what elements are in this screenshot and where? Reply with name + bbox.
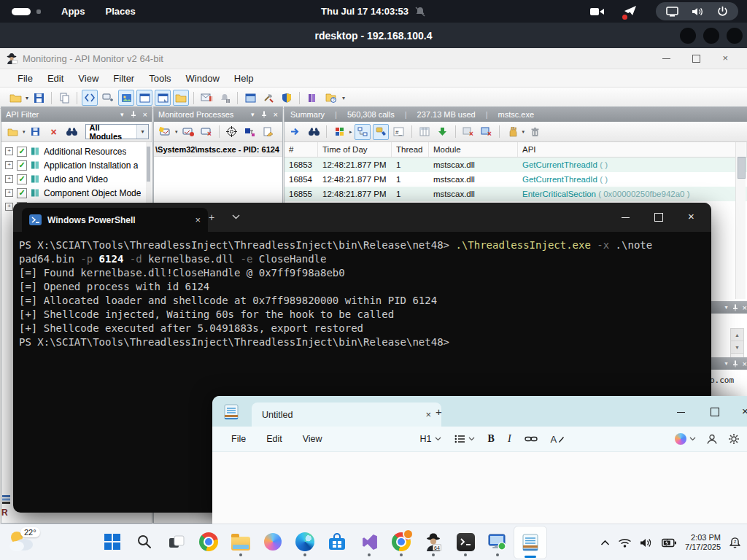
toolbar-overflow-icon[interactable]: ▾: [342, 95, 345, 101]
menu-filter[interactable]: Filter: [106, 71, 142, 86]
menu-view[interactable]: View: [71, 71, 106, 86]
menu-edit[interactable]: Edit: [256, 431, 293, 447]
exclude-api-icon[interactable]: ×: [460, 124, 476, 140]
monitor-attach-icon[interactable]: [180, 124, 196, 140]
expand-icon[interactable]: +: [5, 175, 13, 183]
combo-dropdown-icon[interactable]: ▾: [136, 125, 148, 139]
notepad-tab[interactable]: Untitled ×: [252, 402, 441, 427]
panel-dropdown-icon[interactable]: ▾: [725, 360, 728, 367]
wifi-icon[interactable]: [618, 537, 632, 548]
notepad-maximize-button[interactable]: [711, 408, 719, 416]
chrome-button[interactable]: [193, 526, 225, 558]
notepad-editor[interactable]: Activate Windows Go to Settings to activ…: [212, 452, 747, 524]
connect-icon[interactable]: [100, 90, 116, 106]
help-book-icon[interactable]: ?: [322, 90, 338, 106]
open-dropdown-icon[interactable]: ▾: [26, 95, 28, 101]
summary-row[interactable]: 16855 12:48:21.877 PM 1 mstscax.dll Ente…: [285, 187, 747, 201]
window-icon[interactable]: [242, 90, 258, 106]
rdesktop-close-button[interactable]: [727, 28, 743, 44]
filter-delete-icon[interactable]: ×: [46, 124, 62, 140]
menu-file[interactable]: File: [10, 71, 40, 86]
columns-icon[interactable]: [417, 124, 433, 140]
panel-close-icon[interactable]: ×: [743, 359, 747, 368]
checkbox-checked-icon[interactable]: ✓: [17, 160, 27, 171]
panel-close-icon[interactable]: ×: [274, 112, 278, 118]
volume-icon[interactable]: [640, 537, 654, 548]
tab-close-icon[interactable]: ×: [425, 409, 431, 420]
summary-column-headers[interactable]: # Time of Day Thread Module API: [285, 142, 747, 158]
start-button[interactable]: [96, 526, 128, 558]
col-num[interactable]: #: [285, 142, 318, 157]
settings-gear-icon[interactable]: [728, 433, 740, 445]
decode-icon[interactable]: #_: [391, 124, 407, 140]
activities-pill[interactable]: [12, 8, 31, 15]
bold-button[interactable]: B: [488, 433, 495, 445]
target-process-icon[interactable]: [224, 124, 240, 140]
uac-shield-icon[interactable]: [279, 90, 295, 106]
link-button[interactable]: [525, 435, 538, 443]
summary-row[interactable]: 16853 12:48:21.877 PM 1 mstscax.dll GetC…: [285, 158, 747, 172]
panel-pin-icon[interactable]: [732, 360, 738, 368]
terminal-tab[interactable]: Windows PowerShell ×: [22, 208, 208, 232]
parameters-icon[interactable]: [373, 124, 389, 140]
tab-close-icon[interactable]: ×: [195, 214, 201, 225]
expand-icon[interactable]: +: [5, 189, 13, 197]
monitored-process-row[interactable]: \System32\mstsc.exe - PID: 6124: [154, 142, 282, 157]
menu-window[interactable]: Window: [179, 71, 227, 86]
screen-record-icon[interactable]: [590, 7, 605, 17]
expand-icon[interactable]: +: [5, 203, 13, 211]
panel-close-icon[interactable]: ×: [143, 112, 147, 118]
tray-overflow-icon[interactable]: [600, 540, 610, 546]
panel-close-icon[interactable]: ×: [743, 303, 747, 312]
panel-dropdown-icon[interactable]: ▾: [120, 112, 124, 118]
checkbox-checked-icon[interactable]: ✓: [17, 174, 27, 184]
rdesktop-minimize-button[interactable]: [680, 28, 696, 44]
list-dropdown[interactable]: [454, 435, 475, 443]
col-time[interactable]: Time of Day: [318, 142, 392, 157]
folder-view-icon[interactable]: [173, 90, 189, 106]
checkbox-checked-icon[interactable]: ✓: [17, 147, 27, 157]
tab-dropdown-icon[interactable]: [232, 214, 240, 219]
menu-file[interactable]: File: [221, 431, 256, 447]
notepad-close-button[interactable]: ×: [742, 405, 747, 417]
file-explorer-button[interactable]: [225, 526, 257, 558]
export-icon[interactable]: [435, 124, 451, 140]
panel-dropdown-icon[interactable]: ▾: [251, 112, 255, 118]
terminal-title-bar[interactable]: Windows PowerShell × + ×: [13, 203, 711, 232]
open-icon[interactable]: [7, 90, 23, 106]
summary-row[interactable]: 16854 12:48:21.877 PM 1 mstscax.dll GetC…: [285, 172, 747, 187]
filter-find-icon[interactable]: [64, 124, 80, 140]
panel-pin-icon[interactable]: [732, 304, 738, 311]
rdesktop-maximize-button[interactable]: [703, 28, 719, 44]
col-thread[interactable]: Thread: [392, 142, 429, 157]
heading-style-dropdown[interactable]: H1: [420, 434, 441, 444]
api-monitor-button[interactable]: 64: [417, 526, 449, 558]
copilot-button[interactable]: [257, 526, 289, 558]
search-button[interactable]: [128, 526, 160, 558]
col-api[interactable]: API: [518, 142, 747, 157]
remote-desktop-button[interactable]: [481, 526, 514, 558]
window-note-icon[interactable]: [155, 90, 171, 106]
tools-icon[interactable]: [260, 90, 276, 106]
exclude-module-icon[interactable]: ×: [479, 124, 495, 140]
tree-item[interactable]: + ✓ Audio and Video: [1, 172, 152, 186]
capture-image-icon[interactable]: [118, 90, 134, 106]
filter-open-dropdown-icon[interactable]: ▾: [23, 129, 26, 135]
filter-open-icon[interactable]: [4, 124, 20, 140]
monitor-detach-icon[interactable]: ×: [198, 124, 214, 140]
legend-colors-icon[interactable]: [331, 124, 347, 140]
panel-pin-icon[interactable]: [261, 111, 267, 118]
filter-save-icon[interactable]: [28, 124, 44, 140]
checkbox-checked-icon[interactable]: ✓: [17, 188, 27, 198]
gnome-quick-settings[interactable]: [656, 2, 738, 20]
copy-icon[interactable]: [56, 90, 72, 106]
terminal-button[interactable]: [449, 526, 481, 558]
process-properties-icon[interactable]: [260, 124, 276, 140]
summary-scrollbar[interactable]: [735, 142, 746, 299]
process-tree-icon[interactable]: [242, 124, 258, 140]
restore-button[interactable]: [692, 55, 700, 63]
expand-icon[interactable]: +: [5, 161, 13, 169]
tree-item[interactable]: + ✓ Component Object Mode: [1, 186, 152, 200]
new-window-icon[interactable]: [136, 90, 152, 106]
library-icon[interactable]: [304, 90, 320, 106]
